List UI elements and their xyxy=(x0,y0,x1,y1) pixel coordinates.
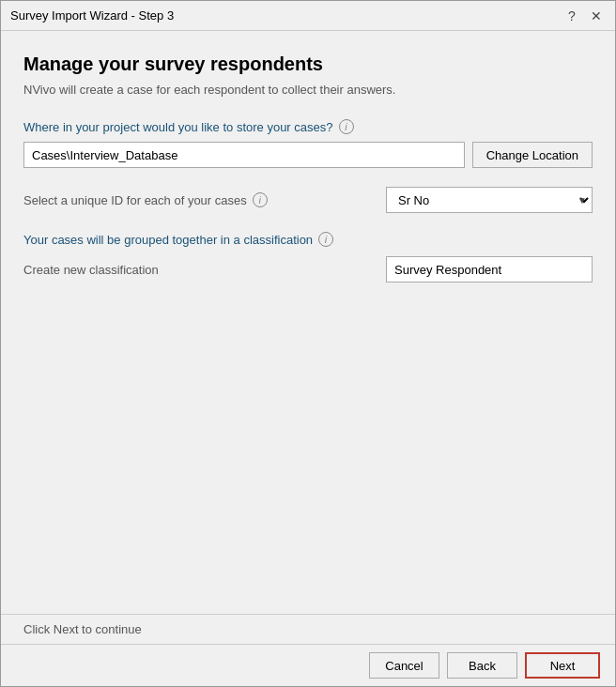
unique-id-dropdown[interactable]: Sr No xyxy=(386,187,593,213)
close-button[interactable]: ✕ xyxy=(587,7,606,25)
title-bar-title: Survey Import Wizard - Step 3 xyxy=(10,8,174,23)
unique-id-dropdown-wrapper: Sr No ▼ xyxy=(386,187,593,213)
location-label: Where in your project would you like to … xyxy=(23,119,593,134)
cancel-button[interactable]: Cancel xyxy=(369,652,439,679)
wizard-window: Survey Import Wizard - Step 3 ? ✕ Manage… xyxy=(0,0,616,687)
unique-id-row: Select a unique ID for each of your case… xyxy=(23,187,593,213)
page-title: Manage your survey respondents xyxy=(23,53,593,75)
change-location-button[interactable]: Change Location xyxy=(472,142,593,168)
location-info-icon[interactable]: i xyxy=(339,119,354,134)
location-section: Where in your project would you like to … xyxy=(23,119,593,168)
back-button[interactable]: Back xyxy=(447,652,517,679)
unique-id-section: Select a unique ID for each of your case… xyxy=(23,187,593,213)
new-classification-label: Create new classification xyxy=(23,263,159,277)
classification-info-icon[interactable]: i xyxy=(318,232,333,247)
title-bar: Survey Import Wizard - Step 3 ? ✕ xyxy=(1,1,615,31)
classification-row: Create new classification xyxy=(23,256,593,282)
location-input[interactable] xyxy=(23,142,465,168)
next-button[interactable]: Next xyxy=(525,652,600,679)
unique-id-info-icon[interactable]: i xyxy=(253,192,268,207)
location-input-row: Change Location xyxy=(23,142,593,168)
footer-hint: Click Next to continue xyxy=(1,614,615,644)
help-button[interactable]: ? xyxy=(562,7,581,25)
unique-id-label: Select a unique ID for each of your case… xyxy=(23,192,268,207)
window-title: Survey Import Wizard - Step 3 xyxy=(10,8,174,23)
page-subtitle: NVivo will create a case for each respon… xyxy=(23,83,593,97)
classification-label: Your cases will be grouped together in a… xyxy=(23,232,593,247)
content-spacer xyxy=(1,334,615,615)
button-bar: Cancel Back Next xyxy=(1,644,615,686)
classification-input[interactable] xyxy=(386,256,593,282)
main-content: Manage your survey respondents NVivo wil… xyxy=(1,31,615,334)
classification-section: Your cases will be grouped together in a… xyxy=(23,232,593,282)
title-bar-controls: ? ✕ xyxy=(562,7,606,25)
